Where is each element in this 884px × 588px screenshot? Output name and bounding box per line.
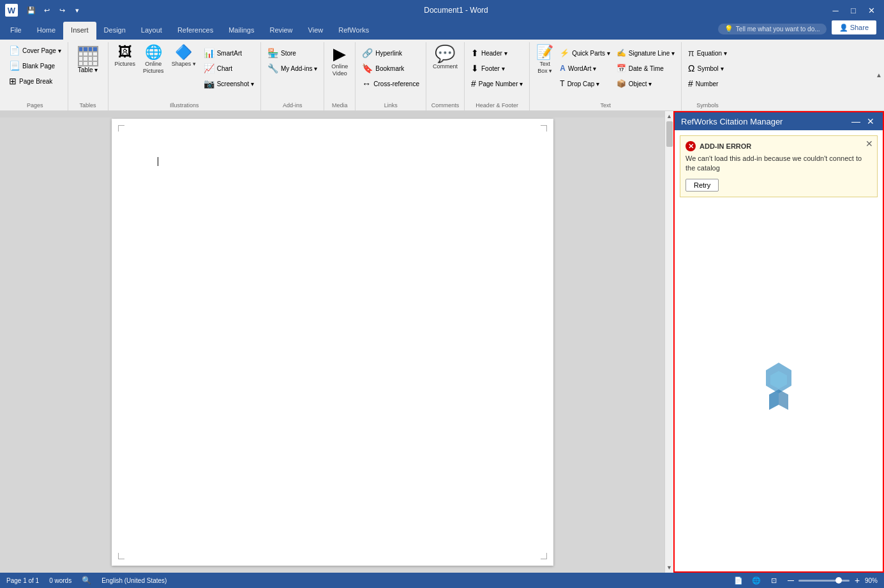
header-button[interactable]: ⬆ Header ▾ [468,46,525,60]
tab-insert[interactable]: Insert [63,22,96,40]
cross-reference-button[interactable]: ↔ Cross-reference [359,77,422,91]
ribbon-group-addins: 🏪 Store 🔧 My Add-ins ▾ Add-ins [261,42,324,110]
ribbon-group-text: 📝 TextBox ▾ ⚡ Quick Parts ▾ A WordArt ▾ … [530,42,682,110]
tab-view[interactable]: View [301,22,331,40]
main-area: ▲ ▼ RefWorks Citation Manager — ✕ ✕ ADD-… [0,111,884,573]
corner-mark-br [541,553,547,559]
online-pictures-button[interactable]: 🌐 OnlinePictures [140,43,167,77]
cross-reference-icon: ↔ [362,79,371,89]
zoom-in-button[interactable]: + [852,575,862,585]
footer-button[interactable]: ⬇ Footer ▾ [468,61,525,75]
shapes-icon: 🔷 [175,45,192,59]
blank-page-icon: 📃 [9,61,20,71]
zoom-thumb[interactable] [835,577,842,584]
web-layout-button[interactable]: 🌐 [750,575,763,586]
save-button[interactable]: 💾 [24,3,38,17]
word-logo: W [5,4,18,17]
refworks-body [675,202,883,571]
scroll-track[interactable] [665,121,673,562]
document-page[interactable] [112,119,553,566]
ribbon-group-illustrations: 🖼 Pictures 🌐 OnlinePictures 🔷 Shapes ▾ 📊… [109,42,261,110]
redo-button[interactable]: ↪ [55,3,69,17]
tab-references[interactable]: References [170,22,221,40]
chart-button[interactable]: 📈 Chart [201,61,257,75]
svg-marker-2 [779,389,788,410]
refworks-pin-button[interactable]: — [850,116,862,126]
tell-me-input[interactable]: Tell me what you want to do... [736,26,820,33]
hyperlink-icon: 🔗 [362,48,373,58]
error-message: We can't load this add-in because we cou… [685,154,872,174]
tab-design[interactable]: Design [96,22,133,40]
page-break-button[interactable]: ⊞ Page Break [6,74,64,88]
tab-home[interactable]: Home [29,22,63,40]
svg-marker-1 [769,389,779,410]
number-button[interactable]: # Number [685,77,730,91]
wordart-button[interactable]: A WordArt ▾ [557,61,612,75]
zoom-level[interactable]: 90% [865,577,878,584]
drop-cap-icon: T [560,79,564,88]
document-area[interactable] [0,111,664,573]
table-icon [78,46,98,66]
scroll-down-button[interactable]: ▼ [665,562,674,573]
zoom-out-button[interactable]: ─ [786,575,796,585]
screenshot-button[interactable]: 📷 Screenshot ▾ [201,77,257,91]
equation-button[interactable]: π Equation ▾ [685,46,730,60]
shapes-button[interactable]: 🔷 Shapes ▾ [169,43,199,70]
object-button[interactable]: 📦 Object ▾ [614,77,677,91]
refworks-panel: RefWorks Citation Manager — ✕ ✕ ADD-IN E… [673,111,884,573]
print-layout-button[interactable]: 📄 [732,575,745,586]
close-button[interactable]: ✕ [864,3,879,18]
drop-cap-button[interactable]: T Drop Cap ▾ [557,77,612,91]
tab-mailings[interactable]: Mailings [221,22,262,40]
tab-review[interactable]: Review [262,22,301,40]
tab-refworks[interactable]: RefWorks [331,22,377,40]
document-cursor[interactable] [158,157,507,167]
signature-line-button[interactable]: ✍ Signature Line ▾ [614,46,677,60]
comment-button[interactable]: 💬 Comment [430,43,460,72]
zoom-slider[interactable] [798,580,850,582]
text-box-button[interactable]: 📝 TextBox ▾ [534,43,556,77]
window-title: Document1 - Word [84,6,828,15]
proofing-icon[interactable]: 🔍 [82,576,91,585]
quick-parts-button[interactable]: ⚡ Quick Parts ▾ [557,46,612,60]
share-button[interactable]: 👤 Share [832,20,876,34]
error-close-button[interactable]: ✕ [865,139,873,149]
equation-icon: π [688,48,694,58]
restore-button[interactable]: □ [846,3,861,18]
refworks-header: RefWorks Citation Manager — ✕ [675,112,883,130]
retry-button[interactable]: Retry [685,179,719,192]
undo-button[interactable]: ↩ [40,3,54,17]
cover-page-icon: 📄 [9,45,20,56]
hyperlink-button[interactable]: 🔗 Hyperlink [359,46,422,60]
minimize-button[interactable]: ─ [828,3,843,18]
blank-page-button[interactable]: 📃 Blank Page [6,59,64,73]
page-number-button[interactable]: # Page Number ▾ [468,77,525,91]
tab-file[interactable]: File [3,22,29,40]
smartart-button[interactable]: 📊 SmartArt [201,46,257,60]
table-button[interactable]: Table ▾ [72,43,104,76]
cover-page-button[interactable]: 📄 Cover Page ▾ [6,43,64,57]
pictures-button[interactable]: 🖼 Pictures [112,43,139,70]
store-button[interactable]: 🏪 Store [265,46,320,60]
comments-group-label: Comments [431,101,460,110]
refworks-close-button[interactable]: ✕ [865,116,876,126]
date-time-button[interactable]: 📅 Date & Time [614,61,677,75]
status-bar: Page 1 of 1 0 words 🔍 English (United St… [0,573,884,588]
object-icon: 📦 [617,79,626,88]
bookmark-button[interactable]: 🔖 Bookmark [359,61,422,75]
tab-layout[interactable]: Layout [133,22,170,40]
language[interactable]: English (United States) [101,577,167,584]
symbol-button[interactable]: Ω Symbol ▾ [685,61,730,75]
quick-access-dropdown[interactable]: ▾ [70,3,84,17]
scroll-thumb[interactable] [666,121,673,147]
date-time-icon: 📅 [617,64,626,73]
my-addins-button[interactable]: 🔧 My Add-ins ▾ [265,61,320,75]
focus-mode-button[interactable]: ⊡ [768,575,781,586]
vertical-scrollbar[interactable]: ▲ ▼ [664,111,673,573]
collapse-ribbon-button[interactable]: ▲ [874,42,884,108]
smartart-icon: 📊 [204,48,214,58]
title-bar-left: W 💾 ↩ ↪ ▾ [5,3,84,17]
online-video-button[interactable]: ▶ OnlineVideo [328,43,351,79]
scroll-up-button[interactable]: ▲ [665,111,674,121]
ribbon-tabs: File Home Insert Design Layout Reference… [0,20,884,40]
